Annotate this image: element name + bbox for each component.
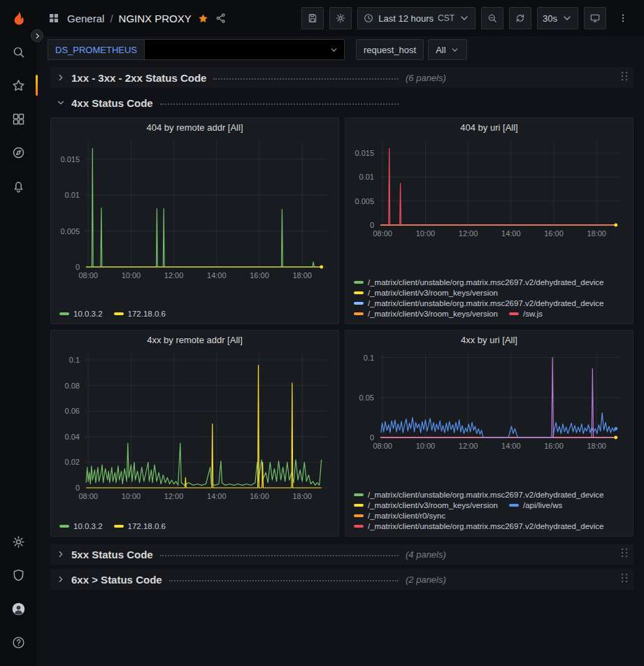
legend-series-label: 10.0.3.2 bbox=[73, 310, 103, 318]
panel-title[interactable]: 404 by remote addr [All] bbox=[57, 122, 333, 133]
row-title-wrap: 6xx > Status Code bbox=[71, 574, 406, 586]
refresh-icon bbox=[515, 13, 526, 24]
monitor-icon bbox=[589, 13, 601, 24]
sidebar-item-profile[interactable] bbox=[0, 592, 36, 625]
timeseries-chart[interactable]: 00.0050.010.01508:0010:0012:0014:0016:00… bbox=[351, 136, 627, 240]
save-dashboard-button[interactable] bbox=[301, 7, 324, 29]
panel-title[interactable]: 4xx by remote addr [All] bbox=[57, 335, 333, 345]
search-icon bbox=[11, 45, 26, 59]
row-5xx[interactable]: 5xx Status Code (4 panels) bbox=[50, 544, 634, 565]
sidebar-item-search[interactable] bbox=[0, 35, 36, 68]
timeseries-chart[interactable]: 00.050.108:0010:0012:0014:0016:0018:00 bbox=[351, 348, 627, 453]
sidebar-item-settings[interactable] bbox=[0, 525, 36, 558]
legend-item[interactable]: /_matrix/client/v3/room_keys/version bbox=[354, 501, 498, 509]
row-drag-handle[interactable] bbox=[620, 572, 629, 586]
sidebar-item-admin[interactable] bbox=[0, 558, 36, 592]
sidebar-item-dashboards[interactable] bbox=[0, 102, 36, 136]
row-drag-handle[interactable] bbox=[620, 71, 629, 85]
svg-text:12:00: 12:00 bbox=[459, 442, 478, 450]
svg-text:0.02: 0.02 bbox=[65, 458, 80, 466]
legend-series-marker bbox=[354, 291, 364, 294]
svg-text:0: 0 bbox=[370, 433, 374, 442]
sidebar-toggle-button[interactable] bbox=[31, 29, 43, 42]
svg-text:0.01: 0.01 bbox=[65, 191, 80, 199]
legend-item[interactable]: /_matrix/client/unstable/org.matrix.msc2… bbox=[354, 491, 604, 499]
datasource-select[interactable] bbox=[144, 39, 345, 60]
legend-item[interactable]: /_matrix/client/unstable/org.matrix.msc2… bbox=[354, 299, 604, 307]
legend-series-label: /_matrix/client/unstable/org.matrix.msc2… bbox=[368, 522, 604, 530]
sidebar-item-alerting[interactable] bbox=[0, 169, 36, 203]
legend-series-marker bbox=[114, 525, 124, 528]
svg-text:16:00: 16:00 bbox=[544, 442, 564, 450]
sidebar-item-explore[interactable] bbox=[0, 136, 36, 169]
panel-4xx-by-remote-addr: 4xx by remote addr [All] 00.020.040.060.… bbox=[50, 330, 339, 537]
svg-text:16:00: 16:00 bbox=[250, 271, 269, 280]
svg-text:0.1: 0.1 bbox=[364, 354, 374, 362]
favorite-star-icon[interactable] bbox=[197, 13, 209, 24]
refresh-button[interactable] bbox=[509, 7, 531, 29]
legend-series-label: /_matrix/client/unstable/org.matrix.msc2… bbox=[368, 299, 604, 307]
share-icon[interactable] bbox=[215, 12, 227, 24]
request-host-select[interactable]: All bbox=[428, 39, 466, 60]
legend-item[interactable]: /_matrix/client/unstable/org.matrix.msc2… bbox=[354, 522, 604, 530]
svg-text:0.005: 0.005 bbox=[60, 227, 80, 236]
legend-item[interactable]: /_matrix/client/v3/room_keys/version bbox=[354, 289, 498, 297]
sidebar-bottom-group bbox=[0, 525, 36, 659]
legend-item[interactable]: 10.0.3.2 bbox=[59, 310, 103, 318]
svg-text:0.01: 0.01 bbox=[359, 173, 374, 181]
user-avatar bbox=[11, 602, 26, 616]
legend-item[interactable]: /_matrix/client/v3/room_keys/version bbox=[354, 310, 498, 318]
legend-series-label: /_matrix/client/r0/sync bbox=[368, 512, 445, 520]
row-4xx[interactable]: 4xx Status Code bbox=[50, 92, 634, 113]
svg-text:12:00: 12:00 bbox=[459, 229, 478, 238]
svg-text:18:00: 18:00 bbox=[587, 442, 606, 450]
chevron-right-icon bbox=[56, 73, 66, 82]
dashboard-canvas: 1xx - 3xx - 2xx Status Code (6 panels) 4… bbox=[36, 63, 644, 666]
topbar: General / NGINX PROXY Last 12 hours bbox=[36, 0, 644, 36]
dashboards-grid-icon bbox=[11, 112, 26, 126]
panel-404-by-remote-addr: 404 by remote addr [All] 00.0050.010.015… bbox=[50, 117, 339, 324]
svg-text:18:00: 18:00 bbox=[292, 492, 312, 500]
gear-icon bbox=[335, 13, 346, 24]
legend-item[interactable]: 172.18.0.6 bbox=[114, 522, 166, 530]
breadcrumb-title[interactable]: NGINX PROXY bbox=[119, 13, 192, 24]
svg-text:0.05: 0.05 bbox=[359, 393, 374, 402]
legend-item[interactable]: /sw.js bbox=[509, 310, 543, 318]
legend-item[interactable]: /api/live/ws bbox=[509, 501, 562, 509]
legend-item[interactable]: 172.18.0.6 bbox=[114, 310, 166, 318]
svg-text:10:00: 10:00 bbox=[122, 271, 141, 280]
svg-text:14:00: 14:00 bbox=[207, 271, 227, 280]
datasource-variable: DS_PROMETHEUS bbox=[48, 39, 345, 60]
row-6xx[interactable]: 6xx > Status Code (2 panels) bbox=[50, 569, 634, 590]
shield-icon bbox=[11, 568, 26, 583]
zoom-out-button[interactable] bbox=[481, 7, 503, 29]
row-1xx-3xx-2xx[interactable]: 1xx - 3xx - 2xx Status Code (6 panels) bbox=[50, 67, 634, 88]
legend-series-marker bbox=[354, 525, 364, 528]
refresh-interval-label: 30s bbox=[543, 13, 557, 24]
breadcrumb: General / NGINX PROXY bbox=[67, 13, 192, 24]
svg-text:14:00: 14:00 bbox=[501, 442, 521, 450]
sidebar-item-starred[interactable] bbox=[0, 68, 36, 102]
grafana-logo[interactable] bbox=[0, 3, 36, 35]
sidebar-item-help[interactable] bbox=[0, 625, 36, 659]
dashboard-settings-button[interactable] bbox=[329, 7, 352, 29]
breadcrumb-section[interactable]: General bbox=[67, 13, 104, 24]
legend-item[interactable]: 10.0.3.2 bbox=[59, 522, 103, 530]
legend-series-marker bbox=[59, 525, 69, 528]
row-dotted-leader bbox=[160, 103, 399, 105]
timeseries-chart[interactable]: 00.020.040.060.080.108:0010:0012:0014:00… bbox=[57, 348, 333, 503]
timeseries-chart[interactable]: 00.0050.010.01508:0010:0012:0014:0016:00… bbox=[57, 136, 333, 282]
time-range-picker[interactable]: Last 12 hours CST bbox=[357, 7, 475, 29]
panel-title[interactable]: 4xx by uri [All] bbox=[351, 335, 627, 345]
row-dotted-leader bbox=[169, 580, 399, 581]
more-options-button[interactable] bbox=[612, 7, 634, 29]
row-drag-handle[interactable] bbox=[620, 547, 629, 561]
svg-text:18:00: 18:00 bbox=[292, 271, 312, 280]
row-panel-count: (4 panels) bbox=[406, 549, 446, 560]
legend-item[interactable]: /_matrix/client/unstable/org.matrix.msc2… bbox=[354, 278, 604, 287]
svg-text:10:00: 10:00 bbox=[122, 492, 141, 500]
cycle-view-button[interactable] bbox=[584, 7, 606, 29]
legend-item[interactable]: /_matrix/client/r0/sync bbox=[354, 512, 445, 520]
panel-title[interactable]: 404 by uri [All] bbox=[351, 122, 627, 133]
refresh-interval-picker[interactable]: 30s bbox=[537, 7, 578, 29]
